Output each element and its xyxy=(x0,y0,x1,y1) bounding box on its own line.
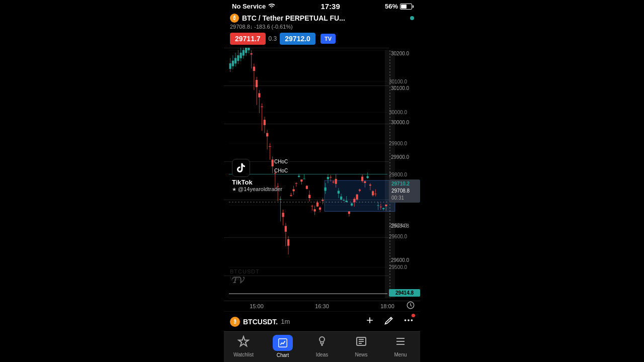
signal-text: No Service xyxy=(232,3,266,10)
tooltip-price: 29710.2 xyxy=(391,180,418,188)
ask-button[interactable]: 29712.0 xyxy=(280,33,315,45)
nav-news[interactable]: News xyxy=(342,335,381,357)
time-label-1: 15:00 xyxy=(250,303,264,309)
bid-ask-row: 29711.7 0.3 29712.0 TV xyxy=(230,33,414,45)
chart-header: ₿ BTC / Tether PERPETUAL FU... 29708.8↓ … xyxy=(224,12,420,48)
green-dot xyxy=(410,16,414,20)
price-tooltip: 29710.2 29708.8 00:31 xyxy=(389,179,420,203)
ideas-label: Ideas xyxy=(316,352,328,357)
symbol-name: BTCUSDT. xyxy=(243,318,278,326)
time-label-3: 18:00 xyxy=(380,303,394,309)
battery-icon xyxy=(400,4,412,10)
notification-dot xyxy=(412,314,415,317)
nav-menu[interactable]: Menu xyxy=(381,335,420,357)
menu-label: Menu xyxy=(394,352,407,357)
level-label: 29414.8 xyxy=(389,289,420,297)
more-options-button[interactable] xyxy=(403,315,414,328)
tiktok-user: ★ @14yearoldtrader xyxy=(232,186,282,192)
chart-area[interactable]: 30200.0 30100.0 30000.0 29900.0 29800.0 … xyxy=(224,48,420,301)
spread-value: 0.3 xyxy=(269,35,277,42)
svg-point-3 xyxy=(411,319,413,321)
time-axis: 15:00 16:30 18:00 xyxy=(224,301,420,311)
ideas-icon xyxy=(316,335,328,350)
symbol-row: ₿ BTCUSDT. 1m xyxy=(224,311,420,331)
news-label: News xyxy=(355,352,367,357)
tiktok-icon xyxy=(232,159,250,177)
watchlist-icon xyxy=(237,335,250,350)
bottom-nav: Watchlist Chart Ideas xyxy=(224,331,420,362)
instrument-name: BTC / Tether PERPETUAL FU... xyxy=(242,14,345,22)
instrument-row: ₿ BTC / Tether PERPETUAL FU... xyxy=(230,14,414,23)
symbol-actions xyxy=(365,315,414,328)
tooltip-time: 00:31 xyxy=(391,195,418,202)
status-left: No Service xyxy=(232,2,276,11)
bg-text-vix: VIX xyxy=(230,276,240,282)
symbol-icon: ₿ xyxy=(230,317,240,327)
news-icon xyxy=(355,335,367,350)
clock-button[interactable] xyxy=(406,301,415,312)
svg-point-2 xyxy=(408,319,410,321)
price-change-row: 29708.8↓ -183.6 (-0.61%) xyxy=(230,24,414,30)
time-label-2: 16:30 xyxy=(315,303,329,309)
btc-icon: ₿ xyxy=(230,14,239,23)
chart-label: Chart xyxy=(277,352,289,358)
svg-point-1 xyxy=(405,319,407,321)
status-bar: No Service 17:39 56% xyxy=(224,0,420,12)
tooltip-value: 29708.8 xyxy=(391,188,418,195)
battery-percent: 56% xyxy=(385,3,398,10)
svg-point-5 xyxy=(319,337,325,342)
tiktok-label: TikTok xyxy=(232,178,253,186)
watchlist-label: Watchlist xyxy=(233,352,254,357)
draw-button[interactable] xyxy=(384,315,394,328)
tiktok-watermark: TikTok ★ @14yearoldtrader xyxy=(232,159,282,192)
timeframe-label: 1m xyxy=(281,318,290,325)
bg-text-btcusdt: BTCUSDT xyxy=(230,268,260,275)
chart-nav-bg xyxy=(273,335,293,351)
nav-watchlist[interactable]: Watchlist xyxy=(224,335,263,357)
svg-rect-4 xyxy=(279,339,287,347)
wifi-icon xyxy=(268,2,276,11)
add-indicator-button[interactable] xyxy=(365,315,375,328)
tradingview-badge[interactable]: TV xyxy=(320,34,336,44)
menu-icon xyxy=(394,335,407,350)
time-display: 17:39 xyxy=(320,2,340,11)
status-right: 56% xyxy=(385,3,412,10)
nav-chart[interactable]: Chart xyxy=(263,335,302,358)
bid-button[interactable]: 29711.7 xyxy=(230,33,266,45)
nav-ideas[interactable]: Ideas xyxy=(302,335,342,357)
